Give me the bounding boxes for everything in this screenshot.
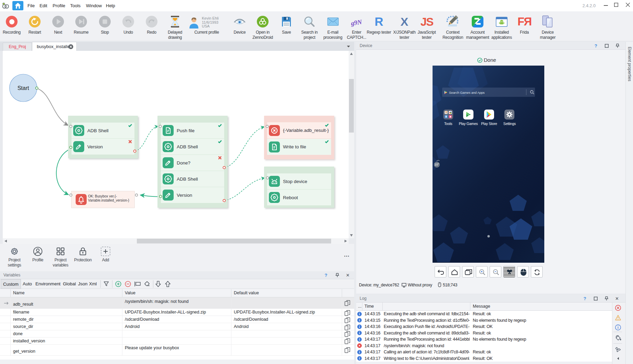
svg-text:g9N: g9N [350, 18, 363, 27]
svg-text:Start: Start [18, 85, 29, 91]
